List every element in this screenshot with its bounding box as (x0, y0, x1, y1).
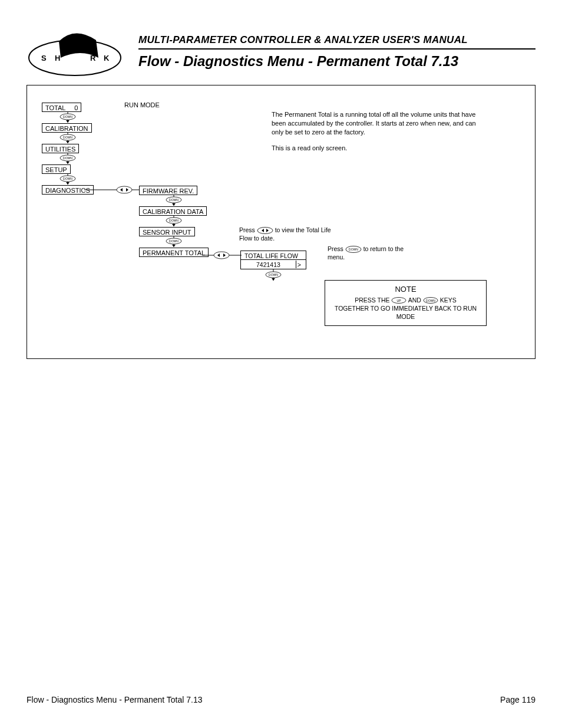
connector-diag-to-sub (84, 185, 140, 195)
menu-item-setup: SETUP (42, 164, 71, 174)
svg-text:DOWN: DOWN (269, 273, 278, 276)
menu-item-total: TOTAL 0 (42, 103, 81, 112)
down-key-icon: DOWN (42, 111, 94, 123)
svg-text:DOWN: DOWN (63, 136, 72, 139)
svg-point-56 (257, 228, 273, 234)
down-key-icon: DOWN (256, 269, 291, 281)
shark-logo: S H A R K (27, 29, 124, 78)
svg-text:A: A (72, 53, 78, 62)
note-box: NOTE PRESS THE UP AND DOWN KEYS TOGETHER… (325, 280, 487, 326)
svg-point-27 (117, 186, 132, 193)
down-key-icon: DOWN (139, 195, 209, 206)
svg-text:DOWN: DOWN (63, 156, 72, 160)
note-body: PRESS THE UP AND DOWN KEYS TOGETHER TO G… (330, 296, 481, 321)
down-key-icon: DOWN (139, 236, 209, 247)
svg-text:DOWN: DOWN (63, 177, 72, 180)
svg-text:DOWN: DOWN (349, 248, 358, 251)
note-title: NOTE (330, 284, 481, 295)
diagram-frame: TOTAL 0 DOWN CALIBRATION DOWN UTILITIES … (27, 85, 535, 359)
total-life-flow-display: TOTAL LIFE FLOW 7421413 > (240, 251, 306, 269)
submenu-firmware-rev: FIRMWARE REV. (139, 186, 197, 195)
footer-left: Flow - Diagnostics Menu - Permanent Tota… (27, 695, 203, 704)
svg-marker-55 (272, 278, 275, 281)
svg-text:DOWN: DOWN (426, 299, 435, 302)
svg-text:UP: UP (397, 299, 402, 302)
svg-point-47 (214, 252, 229, 259)
menu-item-calibration: CALIBRATION (42, 123, 92, 133)
down-key-icon: DOWN (345, 246, 362, 253)
down-key-icon: DOWN (139, 215, 209, 226)
down-key-icon: DOWN (423, 297, 438, 304)
up-key-icon: UP (391, 297, 406, 304)
submenu-calibration-data: CALIBRATION DATA (139, 206, 207, 216)
manual-title: MULTI-PARAMETER CONTROLLER & ANALYZER US… (138, 34, 535, 50)
connector-perm-to-tlf (202, 250, 242, 261)
svg-text:DOWN: DOWN (169, 239, 178, 243)
footer-right: Page 119 (500, 695, 535, 704)
press-instruction-1: Press to view the Total Life Flow to dat… (239, 226, 339, 242)
main-menu-column: TOTAL 0 DOWN CALIBRATION DOWN UTILITIES … (42, 102, 94, 194)
down-key-icon: DOWN (42, 173, 94, 185)
down-key-icon: DOWN (42, 132, 94, 143)
svg-text:DOWN: DOWN (63, 115, 72, 118)
sub-menu-column: FIRMWARE REV. DOWN CALIBRATION DATA DOWN… (139, 185, 209, 256)
arrow-key-icon (257, 227, 273, 234)
svg-text:S: S (41, 54, 47, 62)
svg-text:H: H (55, 54, 60, 62)
menu-item-utilities: UTILITIES (42, 144, 79, 153)
down-key-icon: DOWN (42, 153, 94, 164)
total-life-flow-label: TOTAL LIFE FLOW (240, 251, 306, 260)
svg-text:R: R (90, 54, 96, 62)
description-paragraph-2: This is a read only screen. (272, 144, 448, 153)
submenu-sensor-input: SENSOR INPUT (139, 227, 195, 236)
svg-text:DOWN: DOWN (169, 198, 178, 202)
submenu-permanent-total: PERMANENT TOTAL (139, 248, 209, 257)
total-life-flow-value: 7421413 > (240, 260, 306, 269)
page-title: Flow - Diagnostics Menu - Permanent Tota… (138, 53, 535, 70)
press-instruction-2: Press DOWN to return to the menu. (328, 245, 410, 261)
description-paragraph-1: The Permanent Total is a running total o… (272, 110, 478, 137)
run-mode-label: RUN MODE (124, 101, 160, 108)
svg-text:DOWN: DOWN (169, 219, 178, 222)
svg-text:K: K (104, 54, 110, 62)
